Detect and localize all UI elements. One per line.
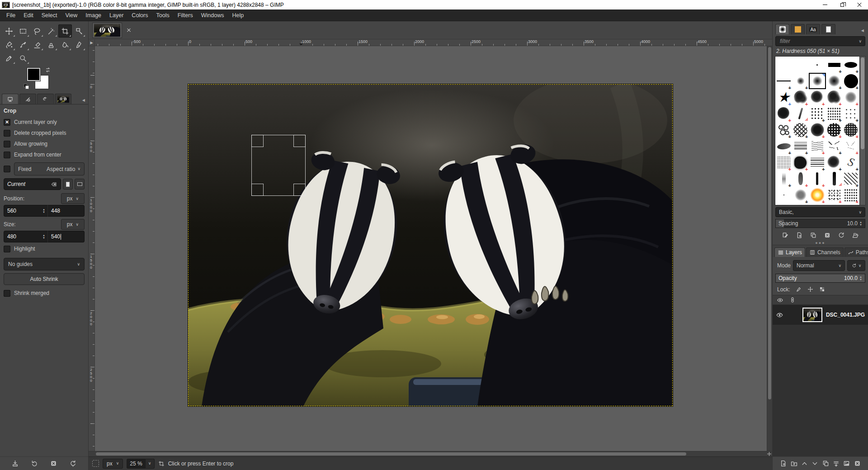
tab-patterns[interactable]: [791, 24, 805, 34]
brush-item[interactable]: [792, 203, 809, 205]
brush-item[interactable]: [843, 57, 859, 73]
duplicate-layer-button[interactable]: [821, 458, 831, 469]
save-preset-button[interactable]: [9, 458, 21, 469]
ink-tool[interactable]: [72, 38, 86, 51]
brush-item[interactable]: [792, 187, 809, 203]
canvas-area[interactable]: [95, 46, 767, 451]
minimize-button[interactable]: [816, 0, 834, 9]
brush-item[interactable]: [826, 89, 843, 105]
menu-item-windows[interactable]: Windows: [197, 9, 228, 21]
tab-brushes[interactable]: [775, 24, 789, 34]
brush-item[interactable]: [809, 105, 826, 122]
brush-item[interactable]: [826, 73, 843, 89]
delete-brush-button[interactable]: [821, 230, 833, 241]
paintbrush-tool[interactable]: [16, 38, 30, 51]
brush-item[interactable]: [843, 105, 859, 122]
tab-layers[interactable]: Layers: [774, 247, 805, 257]
open-brush-button[interactable]: [849, 230, 861, 241]
brush-item[interactable]: [775, 187, 792, 203]
lock-alpha-icon[interactable]: [819, 286, 826, 293]
brush-item[interactable]: [792, 138, 809, 154]
raise-layer-button[interactable]: [799, 458, 810, 469]
refresh-brushes-button[interactable]: [835, 230, 847, 241]
layer-visibility-eye-icon[interactable]: [776, 311, 783, 319]
brush-item[interactable]: [792, 73, 809, 89]
checkbox[interactable]: [4, 152, 10, 158]
dock-resize-grip[interactable]: ●●●: [773, 241, 868, 245]
brush-group-select[interactable]: Basic, ∨: [775, 207, 865, 217]
menu-item-help[interactable]: Help: [228, 9, 248, 21]
auto-shrink-button[interactable]: Auto Shrink: [4, 273, 85, 285]
vertical-ruler[interactable]: 05001000150020002500: [89, 46, 95, 451]
crop-handle-top-left[interactable]: [251, 135, 264, 147]
brush-item[interactable]: [826, 154, 843, 171]
link-column-icon[interactable]: [789, 297, 796, 303]
status-unit-select[interactable]: px ∨: [103, 459, 123, 469]
position-unit-select[interactable]: px ∨: [61, 193, 85, 204]
zoom-tool[interactable]: [16, 52, 30, 65]
menu-item-select[interactable]: Select: [38, 9, 61, 21]
layer-row[interactable]: DSC_0041.JPG: [773, 305, 868, 325]
position-y-field[interactable]: 448: [47, 205, 85, 217]
lock-paint-icon[interactable]: [795, 286, 802, 293]
position-x-field[interactable]: 560: [4, 205, 40, 217]
menu-item-layer[interactable]: Layer: [105, 9, 127, 21]
option-delete-cropped-pixels[interactable]: Delete cropped pixels: [4, 128, 85, 138]
menu-item-filters[interactable]: Filters: [174, 9, 197, 21]
vertical-scrollbar[interactable]: [767, 46, 772, 451]
brush-item[interactable]: [809, 57, 826, 73]
bucket-fill-tool[interactable]: [2, 38, 16, 51]
brush-item[interactable]: [843, 154, 859, 171]
brush-item[interactable]: [843, 73, 859, 89]
reset-preset-button[interactable]: [67, 458, 79, 469]
tab-document-history[interactable]: [821, 24, 835, 34]
option-expand-from-center[interactable]: Expand from center: [4, 149, 85, 160]
dock-tab-image-thumbnail[interactable]: [55, 94, 71, 104]
restore-button[interactable]: [834, 0, 851, 9]
smudge-tool[interactable]: [58, 38, 72, 51]
clone-tool[interactable]: [44, 38, 58, 51]
brush-item[interactable]: [775, 105, 792, 122]
brush-scroll-thumb[interactable]: [861, 57, 864, 149]
checkbox[interactable]: [4, 141, 10, 147]
collapse-dock-icon[interactable]: ◀: [82, 98, 86, 104]
option-highlight[interactable]: Highlight: [4, 243, 85, 254]
vertical-scroll-thumb[interactable]: [768, 47, 771, 399]
delete-layer-button[interactable]: [852, 458, 863, 469]
brush-item[interactable]: [792, 122, 809, 138]
crop-handle-top-right[interactable]: [293, 135, 306, 147]
collapse-dock-icon[interactable]: ◀: [861, 28, 865, 34]
menu-item-file[interactable]: File: [2, 9, 19, 21]
brush-item[interactable]: [775, 57, 792, 73]
close-button[interactable]: [851, 0, 868, 9]
brush-item[interactable]: [826, 122, 843, 138]
brush-item[interactable]: [826, 187, 843, 203]
menu-item-edit[interactable]: Edit: [19, 9, 38, 21]
option-current-layer-only[interactable]: Current layer only: [4, 117, 85, 128]
size-width-field[interactable]: 480: [4, 231, 40, 242]
brush-item[interactable]: [843, 122, 859, 138]
default-colors-icon[interactable]: [24, 84, 29, 89]
color-picker-tool[interactable]: [2, 52, 16, 65]
brush-item[interactable]: [775, 154, 792, 171]
brush-filter[interactable]: ∨: [775, 36, 865, 46]
size-unit-select[interactable]: px ∨: [61, 219, 85, 230]
checkbox-checked[interactable]: [4, 119, 10, 126]
brush-item[interactable]: [775, 138, 792, 154]
brush-item[interactable]: [809, 203, 826, 205]
mode-switch-button[interactable]: ∨: [847, 260, 865, 271]
ruler-corner-menu-button[interactable]: ▶: [89, 39, 95, 46]
brush-item[interactable]: [843, 187, 859, 203]
visibility-column-icon[interactable]: [777, 297, 783, 304]
fixed-checkbox[interactable]: [4, 166, 10, 172]
brush-item[interactable]: [775, 89, 792, 105]
landscape-orientation-button[interactable]: [75, 179, 85, 190]
fuzzy-select-tool[interactable]: [44, 24, 58, 38]
eraser-tool[interactable]: [30, 38, 44, 51]
tab-channels[interactable]: Channels: [806, 247, 844, 257]
brush-item[interactable]: [843, 171, 859, 187]
brush-item[interactable]: [809, 187, 826, 203]
dock-tab-tool-options[interactable]: [2, 94, 19, 104]
option-allow-growing[interactable]: Allow growing: [4, 138, 85, 149]
brush-item[interactable]: [809, 89, 826, 105]
